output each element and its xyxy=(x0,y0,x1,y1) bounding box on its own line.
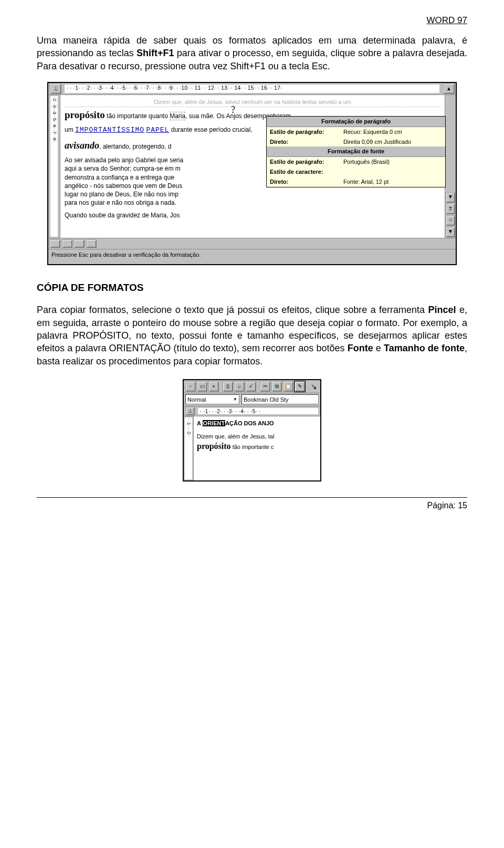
page-footer: Página: 15 xyxy=(37,497,467,511)
label: Direto: xyxy=(270,178,343,186)
browse-select-icon[interactable]: ○ xyxy=(446,215,455,226)
scroll-right[interactable]: ▲ xyxy=(443,83,455,94)
help-cursor-icon: ? xyxy=(231,103,235,116)
selected-text: ORIENT xyxy=(203,420,226,426)
value: Direita 0,09 cm Justificado xyxy=(343,138,442,146)
normal-view-button[interactable] xyxy=(50,239,60,248)
vruler-ticks: ·2· ·3· ·4· ·5· ·6· ·7· ·8· xyxy=(50,96,58,237)
doc-line: Quando soube da gravidez de Maria, Jos xyxy=(65,211,440,219)
spelling-button[interactable]: ✓ xyxy=(246,381,256,392)
link-importantissimo: IMPORTANTÍSSIMO xyxy=(75,126,144,134)
doc-line: Dizem que, além de Jesus, tal xyxy=(197,433,317,441)
text: AÇÃO DOS ANJO xyxy=(225,420,274,426)
key-combo: Shift+F1 xyxy=(136,48,174,58)
view-buttons-bar xyxy=(48,238,456,249)
font-value: Bookman Old Sty xyxy=(244,396,289,404)
standard-toolbar: ▫ ▭ ▪ ⎙ ⌕ ✓ ✂ ⧉ 📋 ✎ ↘ xyxy=(184,380,320,393)
paste-button[interactable]: 📋 xyxy=(283,381,293,392)
link-papel: PAPEL xyxy=(146,126,169,134)
popup-row: Estilo de parágrafo:Português (Brasil) xyxy=(267,157,445,167)
outline-view-button[interactable] xyxy=(86,239,97,248)
ruler-ticks: · · ·1· · ·2· · ·3· · ·4· · ·5· · ·6· · … xyxy=(65,85,439,93)
doc-title-line: A ORIENTAÇÃO DOS ANJO xyxy=(197,420,317,427)
text: tão importante quanto xyxy=(105,112,170,120)
text: A xyxy=(197,420,203,426)
word-window: ⊥ · · ·1· · ·2· · ·3· · ·4· · ·5· · ·6· … xyxy=(47,82,457,265)
value: Fonte: Arial, 12 pt xyxy=(343,178,442,186)
popup-row: Direto:Direita 0,09 cm Justificado xyxy=(267,137,445,147)
save-button[interactable]: ▪ xyxy=(208,381,219,392)
word-proposito: propósito xyxy=(197,442,231,451)
document-area: ? Dizem que, além de Jesus, talvez nenhu… xyxy=(60,95,445,238)
text: um xyxy=(65,126,75,133)
formatting-toolbar: Normal▼ Bookman Old Sty xyxy=(184,393,320,406)
style-combo[interactable]: Normal▼ xyxy=(185,394,239,404)
word-maria: Maria xyxy=(170,112,185,120)
popup-title-font: Formatação de fonte xyxy=(267,146,445,157)
horizontal-ruler: ⊥ · · ·1· · ·2· · ·3· · ·4· · ·5· · ·6· … xyxy=(48,83,456,95)
copy-button[interactable]: ⧉ xyxy=(271,381,282,392)
formatting-popup: Formatação de parágrafo Estilo de parágr… xyxy=(266,116,446,187)
text: e xyxy=(373,343,384,353)
doc-line: para nos guiar e não nos obriga a nada. xyxy=(65,198,440,207)
print-button[interactable]: ⎙ xyxy=(223,381,233,392)
vruler-ticks: · ·1· · ·2· xyxy=(185,417,192,479)
chevron-down-icon: ▼ xyxy=(233,397,237,403)
vertical-ruler-small: · ·1· · ·2· xyxy=(184,416,194,480)
popup-row: Estilo de caractere: xyxy=(267,167,445,177)
label: Direto: xyxy=(270,138,343,146)
label: Estilo de parágrafo: xyxy=(270,128,343,136)
term-fonte: Fonte xyxy=(348,343,373,353)
paragraph-intro: Uma maneira rápida de saber quais os for… xyxy=(37,34,467,72)
word-window-small: ▫ ▭ ▪ ⎙ ⌕ ✓ ✂ ⧉ 📋 ✎ ↘ Normal▼ Bookman Ol… xyxy=(183,379,321,481)
text: tão importante c xyxy=(231,444,274,450)
popup-title-paragraph: Formatação de parágrafo xyxy=(267,117,445,127)
vertical-scrollbar[interactable]: ▼ ± ○ ▼ xyxy=(445,95,456,238)
page-view-button[interactable] xyxy=(74,239,85,248)
word-proposito: propósito xyxy=(65,109,105,120)
font-combo[interactable]: Bookman Old Sty xyxy=(242,394,319,404)
text: , alertando, protegendo, d xyxy=(99,143,171,150)
ruler-ticks: · ·1· · ·2· · ·3· · ·4· · ·5· · xyxy=(198,408,318,414)
label: Estilo de parágrafo: xyxy=(270,158,343,166)
browse-prev-icon[interactable]: ± xyxy=(446,204,455,214)
document-area-small: A ORIENTAÇÃO DOS ANJO Dizem que, além de… xyxy=(194,416,320,480)
figure-format-painter: ▫ ▭ ▪ ⎙ ⌕ ✓ ✂ ⧉ 📋 ✎ ↘ Normal▼ Bookman Ol… xyxy=(37,379,467,481)
scroll-down-icon[interactable]: ▼ xyxy=(446,192,455,203)
popup-row: Direto:Fonte: Arial, 12 pt xyxy=(267,177,445,187)
horizontal-ruler-small: ⊥ · ·1· · ·2· · ·3· · ·4· · ·5· · xyxy=(184,406,320,416)
heading-copia-formatos: CÓPIA DE FORMATOS xyxy=(37,281,467,295)
popup-row: Estilo de parágrafo:Recuo: Esquerda 0 cm xyxy=(267,127,445,137)
page-header: WORD 97 xyxy=(37,15,467,27)
paragraph-copy-formats: Para copiar formatos, selecione o texto … xyxy=(37,303,467,367)
status-bar: Pressione Esc para desativar a verificaç… xyxy=(48,249,456,264)
doc-line: Dizem que, além de Jesus, talvez nenhum … xyxy=(65,98,440,107)
value: Português (Brasil) xyxy=(343,158,442,166)
doc-line: lugar no plano de Deus, Ele não nos imp xyxy=(65,190,440,198)
figure-word-formatting-popup: ⊥ · · ·1· · ·2· · ·3· · ·4· · ·5· · ·6· … xyxy=(37,82,467,265)
text: durante esse período crucial, xyxy=(169,126,252,133)
value xyxy=(343,168,442,176)
word-avisando: avisando xyxy=(65,140,99,151)
value: Recuo: Esquerda 0 cm xyxy=(343,128,442,136)
print-preview-button[interactable]: ⌕ xyxy=(234,381,245,392)
style-value: Normal xyxy=(187,396,206,404)
browse-next-icon[interactable]: ▼ xyxy=(446,227,455,237)
format-painter-button[interactable]: ✎ xyxy=(295,381,305,392)
cursor-brush-icon: ↘ xyxy=(311,382,317,392)
tab-selector[interactable]: ⊥ xyxy=(50,83,61,94)
cut-button[interactable]: ✂ xyxy=(260,381,270,392)
vertical-ruler: ·2· ·3· ·4· ·5· ·6· ·7· ·8· xyxy=(48,95,60,238)
open-button[interactable]: ▭ xyxy=(197,381,207,392)
tab-selector[interactable]: ⊥ xyxy=(185,407,195,415)
term-tamanho-fonte: Tamanho de fonte xyxy=(384,343,465,353)
layout-view-button[interactable] xyxy=(62,239,72,248)
term-pincel: Pincel xyxy=(428,305,456,315)
label: Estilo de caractere: xyxy=(270,168,343,176)
new-button[interactable]: ▫ xyxy=(185,381,196,392)
doc-line: propósito tão importante c xyxy=(197,441,317,452)
text: Para copiar formatos, selecione o texto … xyxy=(37,305,428,315)
